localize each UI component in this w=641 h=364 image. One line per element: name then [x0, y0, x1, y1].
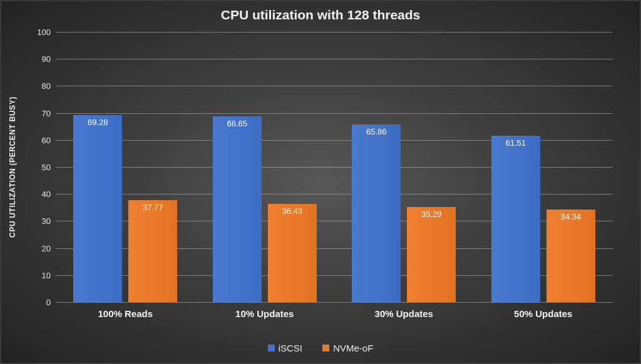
- y-tick-label: 30: [42, 216, 56, 226]
- grid-line: [56, 59, 613, 59]
- legend-swatch-nvme: [322, 345, 329, 351]
- category-label: 10% Updates: [235, 308, 294, 319]
- legend-item-iscsi: iSCSI: [268, 343, 302, 353]
- bar-value-label: 35.29: [421, 210, 442, 219]
- bar-iscsi-3: 61.51: [491, 136, 540, 302]
- y-tick-label: 20: [42, 243, 56, 253]
- legend-item-nvme: NVMe-oF: [322, 343, 373, 353]
- bar-iscsi-2: 65.86: [352, 124, 401, 303]
- category-label: 100% Reads: [98, 308, 153, 319]
- y-tick-label: 100: [37, 28, 56, 37]
- y-axis-label: CPU UTILIZATION (PERCENT BUSY): [8, 96, 17, 238]
- category-label: 30% Updates: [375, 308, 433, 319]
- y-tick-label: 10: [42, 270, 56, 280]
- bar-value-label: 68.65: [227, 119, 247, 128]
- grid-line: [56, 113, 613, 114]
- y-tick-label: 50: [42, 163, 56, 172]
- chart-frame: CPU utilization with 128 threads CPU UTI…: [0, 0, 641, 364]
- bar-iscsi-1: 68.65: [213, 116, 262, 302]
- legend-label-iscsi: iSCSI: [279, 343, 302, 353]
- bar-nvme-2: 35.29: [407, 207, 456, 302]
- legend: iSCSI NVMe-oF: [1, 343, 640, 353]
- grid-line: [56, 302, 613, 303]
- bar-value-label: 69.28: [88, 118, 108, 127]
- y-tick-label: 40: [42, 190, 56, 199]
- y-tick-label: 80: [42, 81, 56, 91]
- y-tick-label: 90: [42, 54, 56, 64]
- y-tick-label: 0: [46, 298, 56, 307]
- y-tick-label: 60: [42, 135, 56, 144]
- bar-value-label: 34.34: [560, 212, 581, 221]
- grid-line: [56, 32, 613, 33]
- bar-value-label: 36.43: [282, 206, 302, 216]
- bar-nvme-3: 34.34: [546, 210, 595, 302]
- chart-title: CPU utilization with 128 threads: [1, 8, 640, 23]
- grid-line: [56, 86, 613, 86]
- bar-nvme-0: 37.77: [128, 200, 177, 302]
- category-label: 50% Updates: [514, 308, 572, 319]
- legend-label-nvme: NVMe-oF: [333, 343, 373, 353]
- bar-value-label: 37.77: [143, 203, 163, 212]
- bar-iscsi-0: 69.28: [73, 115, 122, 302]
- legend-swatch-iscsi: [268, 345, 275, 351]
- bar-value-label: 61.51: [505, 138, 526, 148]
- y-tick-label: 70: [42, 108, 56, 118]
- plot-area: 010203040506070809010069.2837.77100% Rea…: [56, 32, 613, 302]
- bar-value-label: 65.86: [366, 127, 387, 136]
- bar-nvme-1: 36.43: [268, 204, 317, 302]
